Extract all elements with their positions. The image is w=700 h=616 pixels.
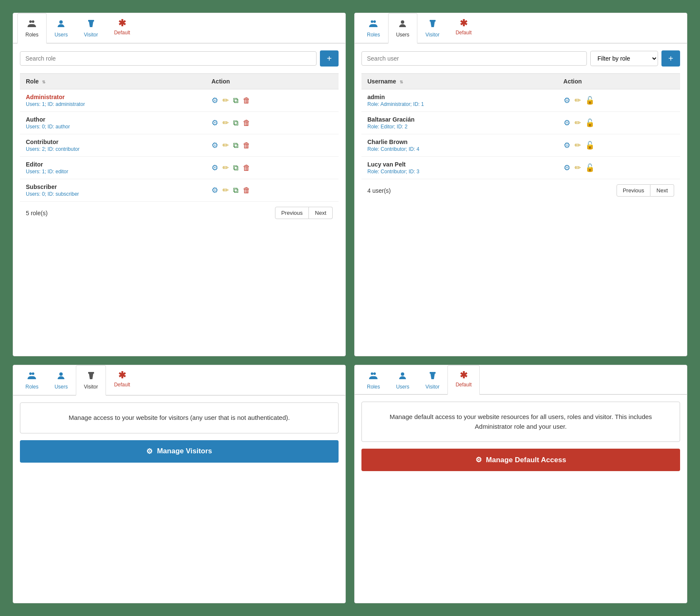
edit-icon[interactable]: ✏	[575, 118, 581, 128]
svg-point-6	[401, 20, 404, 24]
gear-icon[interactable]: ⚙	[564, 118, 570, 128]
edit-icon[interactable]: ✏	[222, 118, 229, 128]
table-row: Administrator Users: 1; ID: administrato…	[20, 89, 339, 112]
users-pagination: Previous Next	[617, 184, 674, 197]
tab-default-visitor[interactable]: Visitor	[417, 365, 447, 395]
tab-roles-default[interactable]: ✱ Default	[106, 13, 138, 44]
tab-visitor-default[interactable]: ✱ Default	[106, 365, 138, 396]
tab-users-roles[interactable]: Roles	[359, 13, 388, 44]
tab-users-users[interactable]: Users	[388, 13, 417, 44]
gear-icon[interactable]: ⚙	[211, 163, 218, 172]
tab-users-u-label: Users	[396, 32, 409, 38]
default-icon-d: ✱	[460, 371, 467, 380]
add-user-button[interactable]: +	[661, 50, 680, 67]
tab-default-roles[interactable]: Roles	[359, 365, 388, 395]
copy-icon[interactable]: ⧉	[233, 96, 239, 105]
edit-icon[interactable]: ✏	[575, 141, 581, 150]
tab-roles-users[interactable]: Users	[47, 13, 76, 44]
tab-default-default[interactable]: ✱ Default	[447, 365, 480, 395]
col-action: Action	[206, 74, 339, 89]
trash-icon[interactable]: 🗑	[243, 164, 250, 172]
trash-icon[interactable]: 🗑	[243, 186, 250, 195]
lock-icon[interactable]: 🔓	[585, 141, 594, 150]
lock-icon[interactable]: 🔓	[585, 96, 594, 105]
edit-icon[interactable]: ✏	[222, 163, 229, 172]
role-meta: Users: 0; ID: subscriber	[26, 191, 200, 197]
svg-rect-11	[88, 372, 94, 374]
gear-icon[interactable]: ⚙	[211, 186, 218, 195]
table-row: Baltasar Gracián Role: Editor; ID: 2 ⚙ ✏…	[361, 112, 680, 134]
edit-icon[interactable]: ✏	[575, 163, 581, 172]
tab-visitor-users[interactable]: Users	[47, 365, 76, 396]
visitor-icon-v	[86, 371, 96, 382]
tab-users-default[interactable]: ✱ Default	[447, 13, 480, 44]
user-actions: ⚙ ✏ 🔓	[558, 89, 680, 112]
tab-roles-visitor[interactable]: Visitor	[76, 13, 106, 44]
copy-icon[interactable]: ⧉	[233, 119, 239, 128]
visitor-info-text: Manage access to your website for visito…	[69, 414, 290, 421]
users-next-button[interactable]: Next	[650, 184, 674, 197]
users-search-row: Filter by role +	[361, 50, 680, 67]
tab-visitor-visitor[interactable]: Visitor	[76, 365, 106, 396]
gear-icon[interactable]: ⚙	[564, 96, 570, 105]
edit-icon[interactable]: ✏	[222, 96, 229, 105]
roles-count: 5 role(s)	[26, 210, 47, 216]
default-icon-v: ✱	[118, 371, 126, 380]
tab-roles-v-label: Roles	[25, 384, 39, 390]
action-icons: ⚙ ✏ ⧉ 🗑	[211, 163, 333, 172]
tab-users-label: Users	[55, 32, 68, 38]
filter-by-role-select[interactable]: Filter by role	[590, 51, 658, 66]
trash-icon[interactable]: 🗑	[243, 119, 250, 128]
manage-visitors-button[interactable]: ⚙ Manage Visitors	[20, 440, 339, 463]
search-user-input[interactable]	[361, 51, 587, 66]
search-role-input[interactable]	[20, 51, 317, 66]
trash-icon[interactable]: 🗑	[243, 141, 250, 150]
visitor-panel-body: Manage access to your website for visito…	[13, 396, 345, 469]
gear-icon[interactable]: ⚙	[564, 163, 570, 172]
roles-icon-u	[368, 19, 378, 30]
role-cell: Administrator Users: 1; ID: administrato…	[20, 89, 206, 112]
gear-icon[interactable]: ⚙	[564, 141, 570, 150]
tab-visitor-roles[interactable]: Roles	[17, 365, 47, 396]
trash-icon[interactable]: 🗑	[243, 96, 250, 105]
user-actions: ⚙ ✏ 🔓	[558, 134, 680, 157]
gear-icon[interactable]: ⚙	[211, 141, 218, 150]
action-icons: ⚙ ✏ ⧉ 🗑	[211, 141, 333, 150]
gear-icon[interactable]: ⚙	[211, 96, 218, 105]
users-previous-button[interactable]: Previous	[617, 184, 651, 197]
role-name: Contributor	[26, 139, 200, 145]
svg-point-14	[401, 372, 404, 376]
copy-icon[interactable]: ⧉	[233, 141, 239, 150]
gear-icon[interactable]: ⚙	[211, 118, 218, 128]
svg-point-4	[371, 20, 373, 23]
visitor-icon-u	[428, 19, 438, 30]
tab-visitor-u-label: Visitor	[425, 32, 439, 38]
role-cell: Subscriber Users: 0; ID: subscriber	[20, 179, 206, 202]
role-meta: Users: 0; ID: author	[26, 124, 200, 130]
roles-panel: Roles Users Visitor ✱ Default	[13, 13, 346, 356]
tab-default-users[interactable]: Users	[388, 365, 417, 395]
edit-icon[interactable]: ✏	[222, 186, 229, 195]
tab-users-visitor[interactable]: Visitor	[417, 13, 447, 44]
role-cell: Author Users: 0; ID: author	[20, 112, 206, 134]
default-info-text: Manage default access to your website re…	[389, 413, 652, 430]
manage-visitors-label: Manage Visitors	[157, 447, 212, 455]
svg-point-12	[371, 372, 373, 375]
user-actions: ⚙ ✏ 🔓	[558, 112, 680, 134]
add-role-button[interactable]: +	[320, 50, 339, 67]
roles-previous-button[interactable]: Previous	[275, 207, 309, 219]
tab-roles-roles[interactable]: Roles	[17, 13, 47, 44]
lock-icon[interactable]: 🔓	[585, 118, 594, 128]
users-icon-v	[56, 371, 66, 382]
copy-icon[interactable]: ⧉	[233, 164, 239, 172]
action-icons: ⚙ ✏ ⧉ 🗑	[211, 186, 333, 195]
lock-icon[interactable]: 🔓	[585, 163, 594, 172]
edit-icon[interactable]: ✏	[222, 141, 229, 150]
copy-icon[interactable]: ⧉	[233, 186, 239, 195]
role-name: Administrator	[26, 94, 200, 100]
edit-icon[interactable]: ✏	[575, 96, 581, 105]
svg-point-9	[32, 372, 34, 375]
manage-default-button[interactable]: ⚙ Manage Default Access	[361, 449, 680, 471]
roles-next-button[interactable]: Next	[309, 207, 333, 219]
user-cell: Lucy van Pelt Role: Contributor; ID: 3	[361, 157, 558, 179]
